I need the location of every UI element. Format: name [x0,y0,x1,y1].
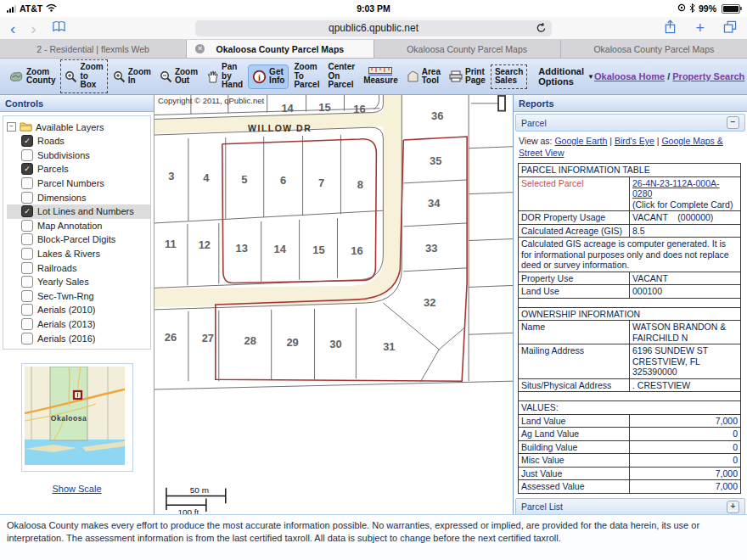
controls-header: Controls [0,95,154,112]
toolbar-button-zoom-out[interactable]: ZoomOut [156,65,201,88]
layer-label: Lot Lines and Numbers [37,206,134,216]
scale-meters-label: 50 m [190,485,209,495]
layer-checkbox[interactable]: ✓ [21,135,33,147]
collapse-tree-icon[interactable]: − [7,122,16,132]
additional-options-button[interactable]: Additional Options ▼ [538,66,594,87]
layer-row-lakes-rivers[interactable]: Lakes & Rivers [7,247,150,261]
lot-number-label: 12 [199,238,211,251]
layer-checkbox[interactable] [21,248,33,260]
new-tab-button[interactable]: + [695,21,705,35]
reload-icon[interactable] [536,22,547,36]
values-title: VALUES: [519,401,741,415]
lot-number-label: 29 [286,336,298,349]
layer-label: Railroads [37,263,76,273]
toolbar-button-center-on-parcel[interactable]: Center OnParcel [324,60,358,92]
toolbar-button-search-sales[interactable]: SearchSales [491,64,527,89]
okaloosa-home-link[interactable]: Okaloosa Home [594,71,665,81]
tab-title: Okaloosa County Parcel Maps [593,44,714,54]
layer-row-aerials-2013[interactable]: Aerials (2013) [7,317,150,332]
share-icon[interactable] [664,20,677,37]
google-earth-link[interactable]: Google Earth [554,136,607,146]
forward-button[interactable]: › [31,20,36,36]
acreage-value: 8.5 [630,224,741,238]
layer-row-subdivisions[interactable]: Subdivisions [7,148,150,163]
layer-label: Roads [37,136,65,146]
zoom-out-icon [160,70,172,83]
info-icon: i [252,70,267,84]
toolbar-button-measure[interactable]: Measure [360,65,402,87]
browser-tab-4[interactable]: Okaloosa County Parcel Maps [561,40,747,58]
lot-number-label: 15 [318,101,330,114]
toolbar-button-pan-by-hand[interactable]: Pan byHand [203,60,246,92]
layer-row-parcel-numbers[interactable]: Parcel Numbers [7,176,150,191]
toolbar-button-label: Zoomto Box [80,63,103,90]
layer-checkbox[interactable] [21,304,33,316]
layer-row-yearly-sales[interactable]: Yearly Sales [7,275,150,289]
toolbar-button-zoom-to-box[interactable]: Zoomto Box [60,59,107,93]
complete-card-hint: (Click for Complete Card) [632,199,738,210]
layer-checkbox[interactable] [21,276,33,288]
layer-row-dimensions[interactable]: Dimensions [7,190,150,204]
toolbar-button-print-page[interactable]: PrintPage [446,65,489,88]
browser-tab-1[interactable]: 2 - Residential | flexmls Web [0,40,187,58]
layer-checkbox[interactable] [21,192,33,204]
overview-minimap[interactable]: Okaloosa [21,363,133,472]
layer-row-railroads[interactable]: Railroads [7,260,150,275]
back-button[interactable]: ‹ [10,20,15,36]
parcel-section-bar[interactable]: Parcel − [515,114,745,132]
layer-row-aerials-2016[interactable]: Aerials (2016) [7,331,150,345]
available-layers-root[interactable]: − Available Layers [7,120,150,134]
toolbar-button-label: Pan byHand [222,63,243,90]
parcel-list-section-bar[interactable]: Parcel List + [515,498,745,515]
layer-checkbox[interactable]: ✓ [21,205,33,217]
toolbar-button-area-tool[interactable]: AreaTool [403,65,444,88]
acreage-label: Calculated Acreage (GIS) [519,224,630,238]
toolbar-button-zoom-in[interactable]: ZoomIn [110,65,154,88]
birds-eye-link[interactable]: Bird's Eye [615,136,654,146]
toolbar-button-zoom-to-parcel[interactable]: Zoom ToParcel [290,60,323,92]
bookmarks-icon[interactable] [52,20,66,36]
layer-row-block-parcel-digits[interactable]: Block-Parcel Digits [7,232,150,247]
selected-parcel-link[interactable]: 26-4N-23-112A-000A-0280 [632,178,720,199]
lot-number-label: 26 [165,331,177,344]
property-search-link[interactable]: Property Search [672,71,744,81]
layer-checkbox[interactable] [21,220,33,232]
layer-row-parcels[interactable]: ✓Parcels [7,162,150,176]
viewas-separator: | [657,136,660,146]
tabs-icon[interactable] [723,20,737,36]
layer-checkbox[interactable] [21,233,33,245]
layer-checkbox[interactable] [21,318,33,330]
browser-tab-2[interactable]: ×Okaloosa County Parcel Maps [187,40,374,58]
layer-checkbox[interactable] [21,262,33,274]
layer-row-roads[interactable]: ✓Roads [7,134,150,148]
ownership-title: OWNERSHIP INFORMATION [519,307,741,321]
value-amount: 7,000 [630,467,741,480]
layer-label: Map Annotation [37,221,102,231]
toolbar-button-get-info[interactable]: iGetInfo [248,64,289,89]
browser-tab-3[interactable]: Okaloosa County Parcel Maps [374,40,561,58]
layer-row-sec-twn-rng[interactable]: Sec-Twn-Rng [7,289,150,304]
toolbar-button-zoom-county[interactable]: ZoomCounty [6,65,59,88]
collapse-icon[interactable]: − [727,116,739,129]
values-row-building-value: Building Value0 [519,440,741,454]
layer-row-map-annotation[interactable]: Map Annotation [7,219,150,233]
parcel-map[interactable]: Copyright © 2011, qPublic.net WILLOW DR … [154,95,514,514]
layer-row-lot-lines-and-numbers[interactable]: ✓Lot Lines and Numbers [7,204,150,219]
bluetooth-icon [689,3,695,14]
layer-row-aerials-2010[interactable]: Aerials (2010) [7,303,150,317]
layer-checkbox[interactable]: ✓ [21,163,33,175]
tab-close-icon[interactable]: × [195,44,205,53]
svg-text:i: i [258,72,261,81]
situs-address-label: Situs/Physical Address [519,378,630,392]
lot-number-label: 33 [425,242,437,255]
toolbar-button-label: GetInfo [269,68,284,86]
layer-checkbox[interactable] [21,177,33,189]
show-scale-link[interactable]: Show Scale [52,484,101,494]
layer-checkbox[interactable] [21,290,33,302]
layer-checkbox[interactable] [21,149,33,161]
address-bar[interactable]: qpublic6.qpublic.net [195,20,552,36]
expand-icon[interactable]: + [727,501,739,513]
layer-checkbox[interactable] [21,333,33,344]
disclaimer-text: Okaloosa County makes every effort to pr… [0,514,747,560]
battery-icon [722,4,740,14]
